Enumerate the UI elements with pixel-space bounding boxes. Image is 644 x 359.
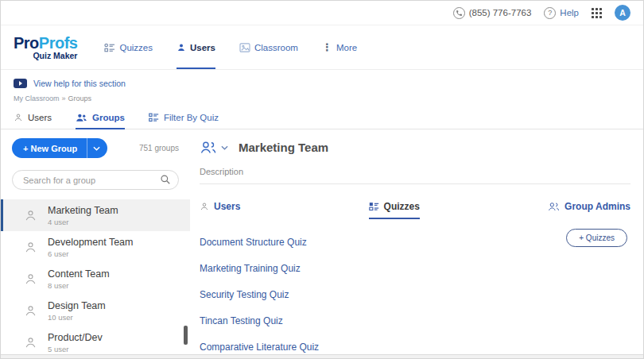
user-avatar[interactable]: A	[615, 5, 630, 21]
group-admins-icon	[548, 202, 560, 211]
nav-quizzes[interactable]: Quizzes	[104, 25, 153, 69]
quiz-row: Marketing Training Quiz	[200, 255, 630, 281]
breadcrumb: My Classroom»Groups	[1, 88, 643, 102]
view-help-link[interactable]: View help for this section	[1, 70, 643, 88]
video-play-icon	[14, 79, 27, 88]
group-name: Design Team	[48, 300, 106, 311]
group-row-marketing-team[interactable]: Marketing Team 4 user	[1, 199, 190, 231]
phone-icon	[453, 7, 465, 19]
logo-part2: Profs	[39, 34, 78, 52]
more-dots-icon: ⋮	[322, 41, 332, 53]
nav-classroom[interactable]: Classroom	[239, 25, 298, 69]
nav-more[interactable]: ⋮ More	[322, 25, 357, 69]
person-outline-icon	[14, 113, 23, 122]
add-quizzes-button[interactable]: + Quizzes	[566, 229, 627, 247]
top-bar: (855) 776-7763 ? Help A	[1, 1, 643, 25]
app-header: ProProfs Quiz Maker Quizzes Users	[1, 25, 643, 70]
tab-groups[interactable]: Groups	[76, 113, 125, 129]
tab-groups-label: Groups	[92, 113, 125, 122]
apps-grid-icon[interactable]	[592, 8, 602, 18]
group-name: Development Team	[48, 237, 133, 248]
detail-tab-quizzes[interactable]: Quizzes	[369, 201, 420, 219]
group-row-development-team[interactable]: Development Team 6 user	[1, 231, 190, 263]
person-icon	[24, 336, 37, 349]
help-icon: ?	[544, 7, 556, 19]
group-user-count: 5 user	[48, 345, 103, 353]
description-field[interactable]: Description	[200, 167, 630, 184]
quiz-row: Tincan Testing Quiz	[200, 307, 630, 334]
person-icon	[24, 304, 37, 318]
quiz-list-icon	[369, 202, 379, 211]
group-user-count: 6 user	[48, 249, 133, 258]
nav-quizzes-label: Quizzes	[119, 43, 153, 52]
classroom-icon	[239, 43, 250, 52]
detail-tab-group-admins[interactable]: Group Admins	[548, 201, 630, 219]
main-nav: Quizzes Users Classroom ⋮ More	[104, 25, 357, 69]
quiz-link[interactable]: Security Testing Quiz	[200, 289, 289, 300]
group-detail-header: Marketing Team	[200, 137, 630, 154]
new-group-dropdown-button[interactable]	[87, 138, 107, 158]
quiz-row: Document Structure Quiz	[200, 229, 630, 255]
new-group-split-button: + New Group	[12, 138, 107, 158]
view-help-label: View help for this section	[33, 79, 126, 88]
search-input[interactable]	[12, 170, 179, 190]
detail-tab-users[interactable]: Users	[200, 201, 240, 219]
detail-tab-users-label: Users	[214, 201, 240, 212]
group-row-product-dev[interactable]: Product/Dev 5 user	[1, 326, 190, 358]
group-user-count: 10 user	[48, 313, 106, 322]
group-search	[12, 170, 179, 190]
tab-users-label: Users	[28, 113, 52, 122]
group-row-design-team[interactable]: Design Team 10 user	[1, 295, 190, 326]
person-outline-icon	[200, 202, 209, 211]
filter-list-icon	[149, 113, 159, 122]
help-label: Help	[560, 8, 579, 17]
bottom-scroll-strip[interactable]	[1, 354, 643, 358]
nav-users[interactable]: Users	[177, 25, 215, 69]
groups-sidebar: + New Group 751 groups Marketing Team 4 …	[1, 129, 190, 358]
list-scrollbar-thumb[interactable]	[184, 326, 188, 345]
proprofs-logo[interactable]: ProProfs Quiz Maker	[14, 35, 77, 60]
person-icon	[24, 241, 37, 254]
chevron-down-icon[interactable]	[221, 145, 228, 150]
quiz-link[interactable]: Tincan Testing Quiz	[200, 315, 283, 326]
group-name: Content Team	[48, 268, 110, 280]
logo-subtitle: Quiz Maker	[14, 52, 77, 60]
nav-users-label: Users	[190, 43, 215, 52]
quiz-row: Security Testing Quiz	[200, 281, 630, 307]
group-user-count: 8 user	[48, 281, 110, 290]
quiz-list: + Quizzes Document Structure Quiz Market…	[200, 229, 630, 359]
breadcrumb-separator: »	[62, 95, 66, 102]
search-icon[interactable]	[160, 174, 171, 188]
new-group-button[interactable]: + New Group	[12, 138, 87, 158]
help-link[interactable]: ? Help	[544, 7, 579, 19]
group-avatar-icon[interactable]	[200, 141, 217, 154]
tab-users[interactable]: Users	[14, 113, 52, 129]
group-detail-tabs: Users Quizzes Group Admins	[200, 201, 630, 218]
group-name: Marketing Team	[48, 205, 118, 216]
group-name: Product/Dev	[48, 332, 103, 343]
group-detail-panel: Marketing Team Description Users Quizzes…	[190, 129, 643, 359]
group-icon	[76, 113, 87, 122]
group-user-count: 4 user	[48, 218, 118, 226]
phone-number: (855) 776-7763	[469, 8, 532, 17]
logo-part1: Pro	[14, 34, 39, 52]
nav-classroom-label: Classroom	[254, 43, 298, 52]
group-list: Marketing Team 4 user Development Team 6…	[1, 199, 190, 358]
content-area: + New Group 751 groups Marketing Team 4 …	[1, 129, 643, 359]
breadcrumb-root[interactable]: My Classroom	[14, 95, 60, 102]
chevron-down-icon	[93, 146, 100, 151]
breadcrumb-current: Groups	[68, 95, 92, 102]
quiz-link[interactable]: Comparative Literature Quiz	[200, 342, 319, 353]
detail-tab-group-admins-label: Group Admins	[564, 201, 630, 212]
nav-more-label: More	[336, 43, 357, 52]
quiz-link[interactable]: Document Structure Quiz	[200, 237, 307, 248]
group-detail-title: Marketing Team	[239, 141, 328, 154]
group-row-content-team[interactable]: Content Team 8 user	[1, 263, 190, 295]
detail-tab-quizzes-label: Quizzes	[384, 201, 420, 212]
person-icon	[24, 272, 37, 286]
phone-contact[interactable]: (855) 776-7763	[453, 7, 532, 19]
quiz-link[interactable]: Marketing Training Quiz	[200, 263, 301, 274]
tab-filter-by-quiz[interactable]: Filter By Quiz	[149, 113, 219, 129]
groups-count: 751 groups	[139, 144, 179, 152]
users-icon	[177, 43, 186, 52]
